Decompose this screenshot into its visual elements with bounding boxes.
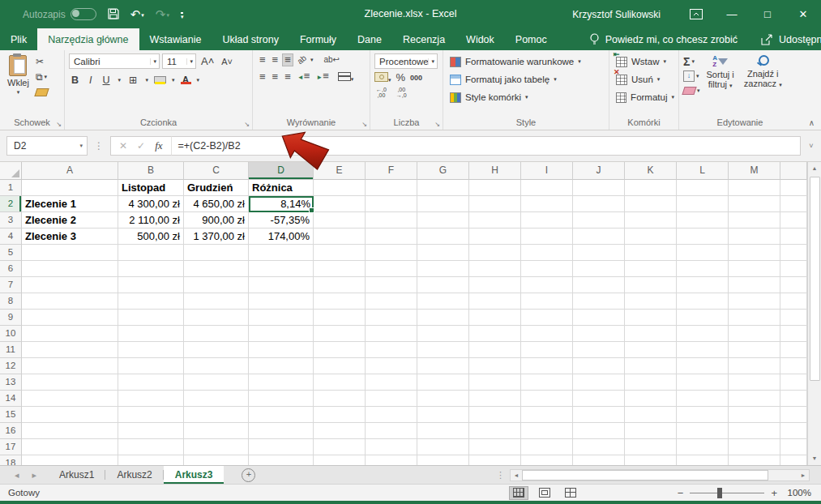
- cell-E9[interactable]: [314, 310, 366, 326]
- align-middle-button[interactable]: ≡: [270, 53, 281, 66]
- cell-F12[interactable]: [366, 358, 417, 374]
- fill-button[interactable]: ↓▾: [683, 70, 700, 82]
- cell-M17[interactable]: [729, 439, 780, 455]
- scroll-left-icon[interactable]: ◄: [511, 472, 522, 478]
- cell-H9[interactable]: [469, 310, 521, 326]
- merge-center-button[interactable]: ▾: [338, 72, 354, 83]
- confirm-entry-icon[interactable]: ✓: [137, 140, 145, 152]
- cell-D2[interactable]: 8,14%: [249, 196, 314, 212]
- cell-F14[interactable]: [366, 391, 417, 407]
- share-button[interactable]: Udostępnij: [748, 28, 821, 50]
- formula-input[interactable]: =+(C2-B2)/B2: [171, 136, 801, 156]
- cell-F13[interactable]: [366, 374, 417, 391]
- row-header-3[interactable]: 3: [0, 212, 22, 229]
- row-header-5[interactable]: 5: [0, 245, 22, 261]
- cell-A2[interactable]: Zlecenie 1: [22, 196, 118, 212]
- cell-J7[interactable]: [573, 277, 625, 293]
- cell-D1[interactable]: Różnica: [249, 180, 314, 196]
- increase-indent-button[interactable]: ►≡: [314, 70, 331, 84]
- name-box[interactable]: D2 ▾: [6, 136, 88, 156]
- align-center-button[interactable]: ≡: [270, 70, 281, 83]
- prev-sheet-icon[interactable]: ◂: [15, 470, 19, 481]
- zoom-slider[interactable]: [690, 493, 764, 493]
- column-header-J[interactable]: J: [573, 162, 625, 180]
- cell-B14[interactable]: [118, 391, 184, 407]
- cell-H1[interactable]: [469, 180, 521, 196]
- cell-A15[interactable]: [22, 407, 118, 423]
- next-sheet-icon[interactable]: ▸: [32, 470, 37, 481]
- cell-G18[interactable]: [417, 455, 469, 465]
- cell-M11[interactable]: [729, 342, 780, 358]
- cell-L5[interactable]: [677, 245, 729, 261]
- cell-D9[interactable]: [249, 310, 314, 326]
- cell-M6[interactable]: [729, 261, 780, 277]
- cell-K9[interactable]: [625, 310, 677, 326]
- cell-K7[interactable]: [625, 277, 677, 293]
- paste-button[interactable]: Wklej ▾: [4, 53, 32, 117]
- cell-C4[interactable]: 1 370,00 zł: [184, 229, 249, 245]
- cell-L10[interactable]: [677, 326, 729, 342]
- cell-M13[interactable]: [729, 374, 780, 391]
- fill-color-button[interactable]: [154, 76, 166, 84]
- cell-J11[interactable]: [573, 342, 625, 358]
- cell-B4[interactable]: 500,00 zł: [118, 229, 184, 245]
- cell-H13[interactable]: [469, 374, 521, 391]
- cell-J14[interactable]: [573, 391, 625, 407]
- cell-A16[interactable]: [22, 423, 118, 439]
- cell-L13[interactable]: [677, 374, 729, 391]
- cell-C8[interactable]: [184, 293, 249, 310]
- cell-B6[interactable]: [118, 261, 184, 277]
- cell-I14[interactable]: [521, 391, 573, 407]
- row-header-14[interactable]: 14: [0, 391, 22, 407]
- formula-bar-handle-icon[interactable]: ⋮: [88, 140, 110, 152]
- cell-F6[interactable]: [366, 261, 417, 277]
- close-button[interactable]: ✕: [785, 0, 821, 28]
- cell-H12[interactable]: [469, 358, 521, 374]
- cell-M9[interactable]: [729, 310, 780, 326]
- cell-A14[interactable]: [22, 391, 118, 407]
- cell-D8[interactable]: [249, 293, 314, 310]
- page-break-view-button[interactable]: [561, 486, 580, 500]
- cell-C13[interactable]: [184, 374, 249, 391]
- cell-D16[interactable]: [249, 423, 314, 439]
- cell-I15[interactable]: [521, 407, 573, 423]
- delete-cells-button[interactable]: ✕ Usuń▾: [616, 71, 674, 88]
- cell-F11[interactable]: [366, 342, 417, 358]
- cell-G15[interactable]: [417, 407, 469, 423]
- copy-button[interactable]: ⧉▾: [36, 70, 48, 83]
- cell-I3[interactable]: [521, 212, 573, 229]
- cell-E14[interactable]: [314, 391, 366, 407]
- new-sheet-button[interactable]: +: [242, 466, 255, 484]
- decrease-indent-button[interactable]: ◄≡: [295, 70, 313, 84]
- cell-G10[interactable]: [417, 326, 469, 342]
- percent-style-button[interactable]: %: [396, 71, 406, 83]
- cell-J8[interactable]: [573, 293, 625, 310]
- horizontal-scrollbar[interactable]: ◄ ►: [510, 469, 810, 481]
- cell-L4[interactable]: [677, 229, 729, 245]
- align-left-button[interactable]: ≡: [257, 70, 268, 83]
- cell-B16[interactable]: [118, 423, 184, 439]
- maximize-button[interactable]: □: [750, 0, 785, 28]
- cell-H14[interactable]: [469, 391, 521, 407]
- cell-C3[interactable]: 900,00 zł: [184, 212, 249, 229]
- zoom-slider-thumb[interactable]: [717, 488, 722, 498]
- cell-G11[interactable]: [417, 342, 469, 358]
- cell-A6[interactable]: [22, 261, 118, 277]
- cell-J12[interactable]: [573, 358, 625, 374]
- column-header-G[interactable]: G: [417, 162, 469, 180]
- underline-button[interactable]: U: [100, 73, 113, 88]
- column-header-C[interactable]: C: [184, 162, 249, 180]
- cell-L11[interactable]: [677, 342, 729, 358]
- row-header-2[interactable]: 2: [0, 196, 22, 212]
- row-header-15[interactable]: 15: [0, 407, 22, 423]
- cell-H16[interactable]: [469, 423, 521, 439]
- cell-I8[interactable]: [521, 293, 573, 310]
- cell-M16[interactable]: [729, 423, 780, 439]
- cell-K4[interactable]: [625, 229, 677, 245]
- cell-K17[interactable]: [625, 439, 677, 455]
- cell-I4[interactable]: [521, 229, 573, 245]
- conditional-formatting-button[interactable]: Formatowanie warunkowe▾: [450, 53, 605, 70]
- cell-F5[interactable]: [366, 245, 417, 261]
- cell-F4[interactable]: [366, 229, 417, 245]
- cell-B9[interactable]: [118, 310, 184, 326]
